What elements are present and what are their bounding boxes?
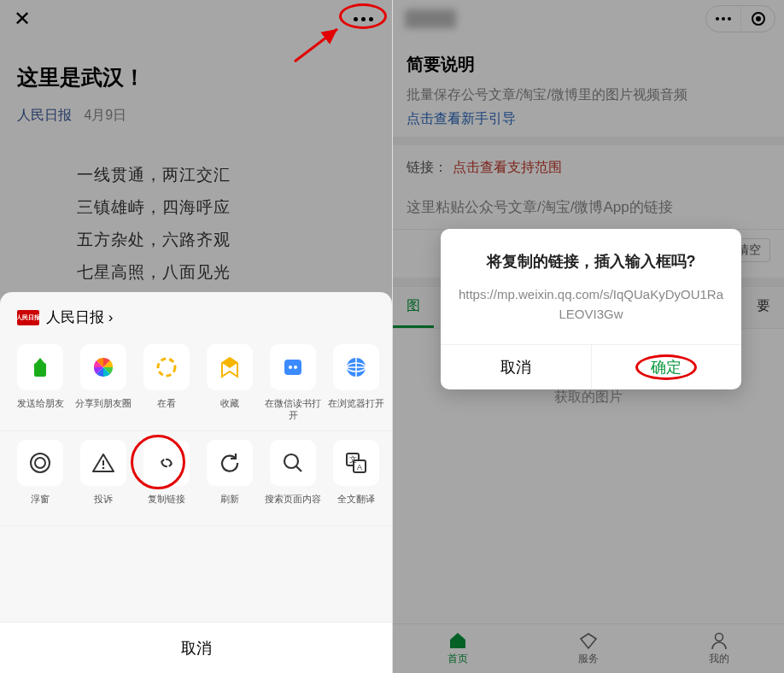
source-logo: 人民日报 [17,310,39,325]
svg-point-12 [284,454,298,468]
share-refresh[interactable]: 刷新 [198,440,261,517]
svg-text:文: 文 [349,455,357,464]
share-search-page[interactable]: 搜索页面内容 [261,440,325,517]
share-float[interactable]: 浮窗 [9,440,72,517]
share-sheet: 人民日报 人民日报 › 发送给朋友 分享到朋友圈 在看 [0,292,392,673]
favorite-icon [207,344,253,390]
send-icon [17,344,63,390]
float-window-icon [17,440,63,486]
article-line: 五方杂处，六路齐观 [77,224,375,256]
article-title: 这里是武汉！ [17,63,375,91]
svg-line-13 [296,466,301,471]
translate-icon: 文A [333,440,379,486]
svg-rect-1 [34,363,46,377]
search-icon [270,440,316,486]
right-screenshot: 简要说明 批量保存公号文章/淘宝/微博里的图片视频音频 点击查看新手引导 链接：… [392,0,784,673]
annotation-arrow [290,24,349,67]
article-date: 4月9日 [84,108,126,122]
svg-text:A: A [357,463,362,471]
article-line: 七星高照，八面见光 [77,256,375,289]
svg-point-8 [31,454,50,472]
share-report[interactable]: 投诉 [72,440,135,517]
share-source-name[interactable]: 人民日报 › [46,307,113,327]
moments-icon [80,344,126,390]
share-wow[interactable]: 在看 [135,344,198,422]
annotation-ellipse-ok [635,354,697,380]
dialog-cancel-button[interactable]: 取消 [441,345,591,389]
article-meta: 人民日报 4月9日 [17,107,375,125]
svg-point-11 [102,466,105,469]
dialog-title: 将复制的链接，插入输入框吗? [458,251,724,272]
annotation-circle-copylink [131,435,185,489]
svg-point-2 [158,359,175,376]
wow-icon [143,344,190,390]
globe-icon [333,344,379,390]
close-icon[interactable]: ✕ [14,7,31,31]
svg-point-5 [294,366,297,369]
article-line: 一线贯通，两江交汇 [77,159,375,191]
confirm-dialog: 将复制的链接，插入输入框吗? https://mp.weixin.qq.com/… [441,229,741,389]
article-source[interactable]: 人民日报 [17,108,72,122]
share-favorite[interactable]: 收藏 [198,344,261,422]
share-send-friend[interactable]: 发送给朋友 [9,344,72,422]
left-screenshot: ✕ 这里是武汉！ 人民日报 4月9日 一线贯通，两江交汇 三镇雄峙，四海呼应 五… [0,0,392,673]
share-weread[interactable]: 在微信读书打开 [261,344,325,422]
svg-point-9 [35,458,45,468]
svg-rect-3 [284,360,301,375]
svg-point-4 [289,366,292,369]
share-browser[interactable]: 在浏览器打开 [325,344,388,422]
dialog-url: https://mp.weixin.qq.com/s/IqQUaKyDyOU1R… [458,285,724,324]
refresh-icon [207,440,253,486]
share-translate[interactable]: 文A 全文翻译 [325,440,388,517]
dialog-ok-button[interactable]: 确定 [591,345,742,389]
share-cancel-button[interactable]: 取消 [0,622,392,673]
svg-line-0 [295,29,337,61]
article-line: 三镇雄峙，四海呼应 [77,191,375,224]
share-moments[interactable]: 分享到朋友圈 [72,344,135,422]
weread-icon [270,344,316,390]
warning-icon [80,440,126,486]
